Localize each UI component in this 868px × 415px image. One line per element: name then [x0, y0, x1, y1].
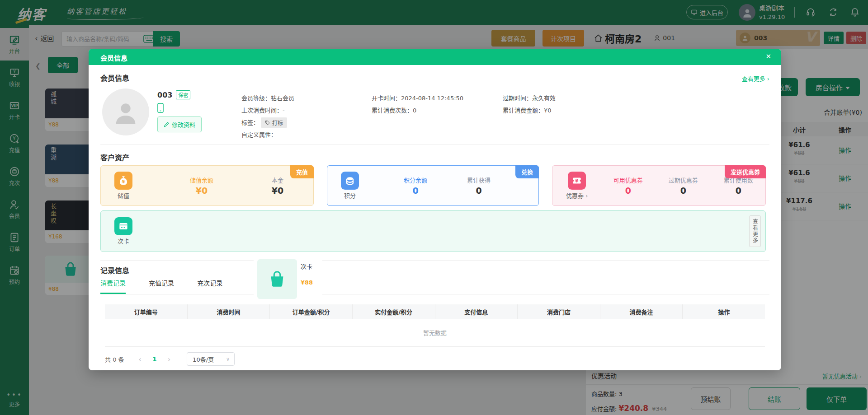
assets-section-title: 客户资产: [100, 152, 129, 163]
coupon-icon: ¥: [568, 172, 586, 190]
col-store: 消费门店: [518, 304, 600, 319]
col-action: 操作: [683, 304, 765, 319]
points-earned-stat: 累计获得 0: [449, 176, 508, 196]
floating-product-card[interactable]: 次卡 ¥88: [254, 256, 322, 303]
close-icon[interactable]: [765, 52, 771, 61]
tag-button[interactable]: 打标: [261, 117, 287, 128]
times-card-icon-block: 次卡: [114, 217, 132, 245]
record-tabs: 消费记录 充值记录 充次记录: [100, 278, 769, 294]
current-page[interactable]: 1: [152, 355, 157, 363]
coupon-expired-stat: 过期优惠券 0: [656, 176, 710, 196]
edit-profile-label: 修改资料: [172, 120, 195, 129]
stored-label: 储值: [118, 191, 129, 200]
records-section-title: 记录信息: [100, 265, 129, 275]
principal-value: ¥0: [248, 186, 307, 196]
level-label: 会员等级：: [241, 92, 271, 104]
member-name: 003: [157, 91, 172, 99]
tab-consume-records[interactable]: 消费记录: [100, 278, 126, 294]
app-screen: 纳客 纳客管店更轻松 进入后台 桌游剧本 v1.29.10 开台 ¥ 收银 VI…: [0, 0, 868, 415]
pencil-icon: [164, 121, 170, 127]
stored-icon-block: ¥ 储值: [114, 172, 132, 200]
privacy-badge: 保密: [176, 90, 190, 99]
open-time-label: 开卡时间：: [372, 92, 401, 104]
tab-times-records[interactable]: 充次记录: [197, 278, 222, 293]
person-icon: [111, 98, 140, 126]
expire-value: 永久有效: [532, 92, 556, 104]
open-time-value: 2024-08-14 12:45:50: [401, 92, 463, 104]
coupon-expired-label: 过期优惠券: [656, 176, 710, 184]
recharge-button[interactable]: 充值: [290, 165, 314, 178]
tag-button-label: 打标: [272, 119, 283, 126]
coupon-available-stat: 可用优惠券 0: [601, 176, 655, 196]
consume-amount-label: 累计消费金额：: [503, 104, 544, 117]
col-remark: 消费备注: [600, 304, 683, 319]
empty-state: 暂无数据: [105, 319, 765, 347]
points-icon-block: 积分: [341, 172, 359, 200]
member-info-col-3: 过期时间：永久有效 累计消费金额：¥0: [503, 92, 634, 117]
coupon-available-label: 可用优惠券: [601, 176, 655, 184]
points-earned-label: 累计获得: [449, 176, 508, 184]
section-divider: [100, 145, 769, 145]
coupon-label[interactable]: 优惠券: [566, 191, 588, 200]
stored-balance-label: 储值余额: [172, 176, 231, 184]
last-consume-label: 上次消费时间：: [241, 104, 283, 117]
principal-stat: 本金 ¥0: [248, 176, 307, 196]
stored-value-card: 充值 ¥ 储值 储值余额 ¥0 本金 ¥0: [100, 165, 314, 206]
bag-icon: [267, 269, 288, 289]
records-table: 订单编号 消费时间 订单金额/积分 实付金额/积分 支付信息 消费门店 消费备注…: [105, 304, 765, 347]
member-avatar: [102, 89, 149, 135]
page-size-select[interactable]: 10条/页: [187, 352, 235, 366]
svg-text:¥: ¥: [122, 179, 125, 184]
coupon-icon-block: ¥ 优惠券: [566, 172, 588, 200]
stored-balance-value: ¥0: [172, 186, 231, 196]
records-table-header: 订单编号 消费时间 订单金额/积分 实付金额/积分 支付信息 消费门店 消费备注…: [105, 304, 765, 319]
section-divider: [100, 260, 769, 261]
consume-count-label: 累计消费次数：: [372, 104, 413, 117]
points-card: 兑换 积分 积分余额 0 累计获得 0: [327, 165, 539, 206]
member-info-modal: 会员信息 会员信息 查看更多 003 保密 修改资料 会员等级：钻石会员 上次消…: [89, 49, 781, 370]
expire-label: 过期时间：: [503, 92, 532, 104]
tab-recharge-records[interactable]: 充值记录: [149, 278, 174, 293]
prev-page-icon[interactable]: [139, 355, 142, 364]
stored-balance-stat: 储值余额 ¥0: [172, 176, 231, 196]
member-info-col-1: 会员等级：钻石会员 上次消费时间：- 标签： 打标 自定义属性：: [241, 92, 368, 141]
tag-label: 标签：: [241, 117, 259, 129]
send-coupon-button[interactable]: 发送优惠券: [725, 165, 766, 178]
coupon-card: 发送优惠券 ¥ 优惠券 可用优惠券 0 过期优惠券 0 累计使用数 0: [552, 165, 766, 206]
member-view-more-link[interactable]: 查看更多: [742, 74, 769, 83]
exchange-button[interactable]: 兑换: [515, 165, 539, 178]
total-count: 共 0 条: [105, 355, 124, 364]
points-balance-value: 0: [386, 186, 445, 196]
edit-profile-button[interactable]: 修改资料: [157, 117, 202, 132]
modal-title: 会员信息: [100, 53, 127, 62]
col-consume-time: 消费时间: [188, 304, 270, 319]
points-balance-stat: 积分余额 0: [386, 176, 445, 196]
col-order-amount: 订单金额/积分: [270, 304, 353, 319]
times-card-panel: 次卡 查看更多: [100, 210, 766, 252]
money-bag-icon: ¥: [114, 172, 132, 190]
coupon-used-value: 0: [712, 186, 765, 196]
consume-count-value: 0: [413, 104, 416, 117]
times-card-icon: [114, 217, 132, 235]
profile-divider: [219, 92, 219, 143]
modal-header: 会员信息: [89, 49, 781, 65]
times-card-view-more-button[interactable]: 查看更多: [749, 215, 761, 247]
points-label: 积分: [344, 191, 356, 200]
times-card-label: 次卡: [118, 237, 129, 245]
consume-amount-value: ¥0: [544, 104, 552, 117]
page-size-value: 10条/页: [193, 355, 214, 364]
member-info-col-2: 开卡时间：2024-08-14 12:45:50 累计消费次数：0: [372, 92, 503, 117]
level-value: 钻石会员: [271, 92, 294, 104]
custom-attr-label: 自定义属性：: [241, 129, 277, 141]
svg-text:¥: ¥: [576, 178, 579, 183]
col-paid-amount: 实付金额/积分: [353, 304, 435, 319]
product-title: 次卡: [301, 262, 312, 270]
pagination: 共 0 条 1 10条/页: [105, 352, 235, 366]
col-payment-info: 支付信息: [435, 304, 518, 319]
product-price: ¥88: [301, 279, 313, 286]
next-page-icon[interactable]: [168, 355, 170, 364]
member-name-row: 003 保密: [157, 90, 190, 99]
points-earned-value: 0: [449, 186, 508, 196]
coins-icon: [341, 172, 359, 190]
col-order-no: 订单编号: [105, 304, 188, 319]
